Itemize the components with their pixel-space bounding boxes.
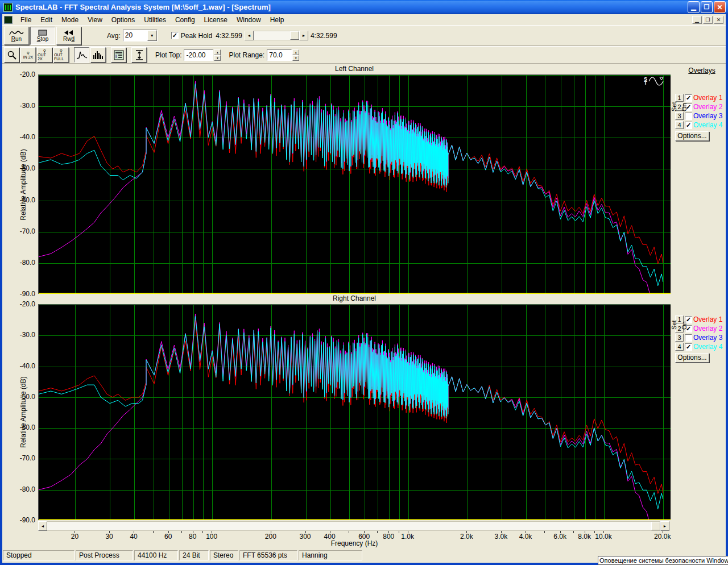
status-panel-1: Post Process bbox=[76, 550, 133, 560]
spin-up-icon[interactable]: ▲ bbox=[292, 49, 299, 55]
right-overlay-options-button[interactable]: Options... bbox=[675, 353, 709, 363]
sine-wave-icon bbox=[9, 30, 24, 36]
y-tick-label: -80.0 bbox=[2, 485, 35, 493]
minimize-icon[interactable]: ▁ bbox=[688, 1, 700, 13]
time-scrollbar-track[interactable] bbox=[254, 31, 299, 40]
menu-options[interactable]: Options bbox=[107, 15, 139, 25]
run-label: un bbox=[15, 36, 22, 42]
overlay-on-checkbox-4[interactable]: ✓ bbox=[685, 343, 692, 351]
scroll-right-icon[interactable]: ► bbox=[299, 31, 308, 40]
x-tick-mark bbox=[349, 531, 349, 533]
menu-utilities[interactable]: Utilities bbox=[139, 15, 171, 25]
plot-range-input[interactable]: 70.0 bbox=[267, 49, 292, 61]
chevron-down-icon[interactable]: ▼ bbox=[147, 30, 157, 41]
run-button[interactable]: Run bbox=[4, 27, 29, 45]
y-tick-label: -70.0 bbox=[2, 227, 35, 235]
menu-edit[interactable]: Edit bbox=[36, 15, 57, 25]
mdi-restore-icon[interactable]: ❐ bbox=[703, 16, 713, 24]
menu-window[interactable]: Window bbox=[232, 15, 266, 25]
x-tick-mark bbox=[153, 531, 154, 533]
overlay-label-3: Overlay 3 bbox=[693, 334, 722, 342]
overlay-set-button-3[interactable]: 3 bbox=[675, 112, 684, 120]
plot-range-spinner[interactable]: ▲▼ bbox=[292, 49, 299, 61]
plot-top-spinner[interactable]: ▲▼ bbox=[214, 49, 221, 61]
display-settings-button[interactable] bbox=[111, 47, 126, 63]
avg-combobox[interactable]: 20 ▼ bbox=[123, 30, 158, 41]
overlay-row-1: 1✓Overlay 1 bbox=[675, 93, 728, 102]
zoom-out-2x-button[interactable]: ⚲OUT 2X bbox=[37, 47, 52, 63]
menu-items: FileEditModeViewOptionsUtilitiesConfigLi… bbox=[16, 15, 288, 25]
y-tick-label: -60.0 bbox=[2, 196, 35, 204]
left-channel-plot[interactable] bbox=[38, 74, 671, 294]
overlay-set-button-4[interactable]: 4 bbox=[675, 121, 684, 129]
scroll-left-icon[interactable]: ◄ bbox=[38, 521, 47, 531]
menu-file[interactable]: File bbox=[16, 15, 36, 25]
zoom-in-2x-button[interactable]: ⚲IN 2X bbox=[20, 47, 36, 63]
scroll-left-icon[interactable]: ◄ bbox=[245, 31, 254, 40]
frequency-scrollbar-thumb[interactable] bbox=[651, 522, 660, 530]
zoom-select-button[interactable] bbox=[4, 47, 19, 63]
x-tick-mark bbox=[399, 531, 399, 533]
windows-security-alert-tooltip[interactable]: Оповещение системы безопасности Windows bbox=[598, 556, 728, 565]
stop-square-icon bbox=[38, 30, 48, 36]
mdi-close-icon[interactable]: ✕ bbox=[714, 16, 723, 24]
transport-toolbar: Run Stop Rwd Avg: 20 ▼ ✓ Peak Hold 4:32.… bbox=[2, 25, 726, 46]
menu-bar: FileEditModeViewOptionsUtilitiesConfigLi… bbox=[2, 14, 726, 25]
scroll-right-icon[interactable]: ► bbox=[660, 521, 669, 531]
amplitude-range-button[interactable] bbox=[131, 47, 147, 63]
menu-view[interactable]: View bbox=[83, 15, 107, 25]
y-tick-label: -20.0 bbox=[2, 70, 35, 78]
overlay-label-1: Overlay 1 bbox=[693, 94, 722, 102]
overlay-on-checkbox-3[interactable] bbox=[685, 334, 692, 342]
left-overlay-options-button[interactable]: Options... bbox=[675, 131, 709, 141]
plot-top-input[interactable]: -20.00 bbox=[184, 49, 213, 61]
overlay-set-button-4[interactable]: 4 bbox=[675, 343, 684, 351]
vertical-range-icon bbox=[135, 50, 144, 60]
stop-label: top bbox=[40, 36, 48, 42]
key-icon: ⚲ bbox=[27, 51, 30, 55]
time-scrollbar-thumb[interactable] bbox=[290, 31, 299, 40]
spin-down-icon[interactable]: ▼ bbox=[292, 55, 299, 61]
status-panel-0: Stopped bbox=[3, 550, 75, 560]
spin-down-icon[interactable]: ▼ bbox=[214, 55, 221, 61]
status-panel-4: Stereo bbox=[210, 550, 238, 560]
frequency-scrollbar[interactable]: ◄ ► bbox=[38, 521, 669, 531]
overlay-label-2: Overlay 2 bbox=[693, 103, 722, 111]
overlay-set-button-3[interactable]: 3 bbox=[675, 334, 684, 342]
zoom-out-full-button[interactable]: ⚲OUT FULL bbox=[53, 47, 69, 63]
peak-hold-checkbox[interactable]: ✓ bbox=[171, 32, 179, 39]
bar-plot-mode-button[interactable] bbox=[90, 47, 106, 63]
line-plot-mode-button[interactable] bbox=[74, 47, 89, 63]
y-tick-label: -60.0 bbox=[2, 423, 35, 431]
plot-toolbar: ⚲IN 2X ⚲OUT 2X ⚲OUT FULL Plot Top: -20.0… bbox=[2, 46, 726, 64]
time-scrollbar[interactable]: ◄ ► bbox=[245, 31, 308, 40]
y-tick-label: -40.0 bbox=[2, 133, 35, 141]
maximize-icon[interactable]: ❐ bbox=[701, 1, 713, 13]
menu-config[interactable]: Config bbox=[171, 15, 200, 25]
left-y-axis-label: Relative Amplitude (dB) bbox=[19, 149, 27, 220]
overlays-heading: Overlays bbox=[675, 67, 728, 74]
overlay-on-checkbox-1[interactable]: ✓ bbox=[685, 94, 692, 102]
overlay-label-1: Overlay 1 bbox=[693, 315, 722, 323]
menu-license[interactable]: License bbox=[200, 15, 232, 25]
menu-mode[interactable]: Mode bbox=[57, 15, 83, 25]
set-column-label: Set bbox=[671, 320, 677, 330]
y-tick-label: -30.0 bbox=[2, 331, 35, 339]
mdi-child-icon bbox=[4, 16, 13, 24]
overlay-on-checkbox-3[interactable] bbox=[685, 113, 692, 120]
stop-button[interactable]: Stop bbox=[30, 27, 55, 45]
x-axis-label: Frequency (Hz) bbox=[38, 539, 671, 547]
overlay-on-checkbox-4[interactable]: ✓ bbox=[685, 122, 692, 129]
status-panel-5: FFT 65536 pts bbox=[239, 550, 297, 560]
menu-help[interactable]: Help bbox=[266, 15, 289, 25]
spin-up-icon[interactable]: ▲ bbox=[214, 49, 221, 55]
mdi-minimize-icon[interactable]: ▁ bbox=[692, 16, 702, 24]
left-overlays-panel: Overlays Set On 1✓Overlay 12✓Overlay 23O… bbox=[675, 67, 728, 141]
overlay-set-button-1[interactable]: 1 bbox=[675, 94, 684, 102]
right-channel-plot[interactable] bbox=[38, 304, 671, 520]
x-tick-mark bbox=[202, 531, 203, 533]
zoom-full-label: OUT FULL bbox=[54, 53, 68, 61]
close-icon[interactable]: ✕ bbox=[714, 1, 726, 13]
frequency-scrollbar-track[interactable] bbox=[47, 521, 660, 531]
rewind-button[interactable]: Rwd bbox=[56, 27, 81, 45]
